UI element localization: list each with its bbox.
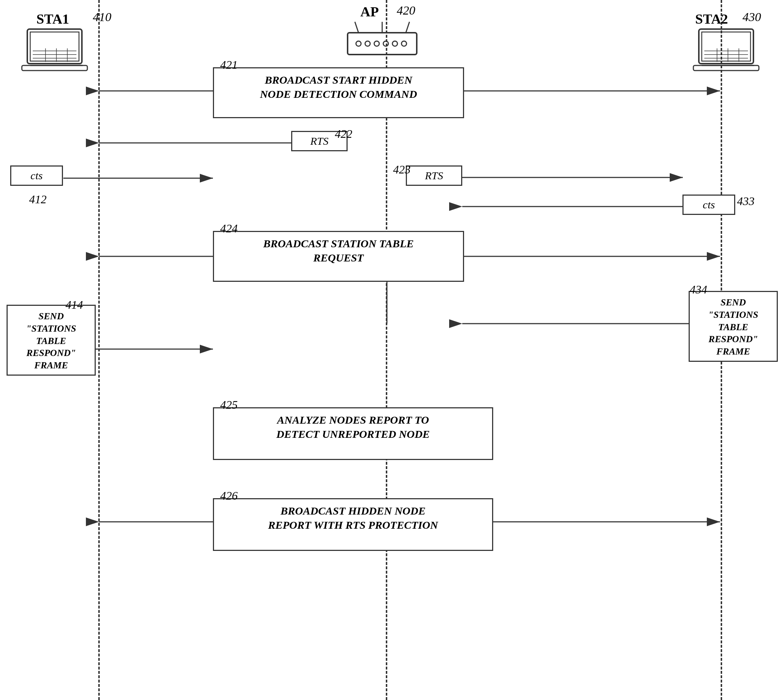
ap-device-icon [340, 20, 424, 65]
ref-425: 425 [220, 398, 238, 412]
msg-analyze: ANALYZE NODES REPORT TODETECT UNREPORTED… [213, 407, 493, 460]
sta2-device-icon [692, 25, 764, 74]
diagram: STA1 410 AP 420 STA2 430 [0, 0, 784, 700]
msg-cts-412: cts [10, 165, 63, 186]
ap-ref: 420 [397, 3, 415, 17]
sta1-ref: 410 [93, 10, 111, 24]
sta2-ref: 430 [742, 10, 761, 24]
svg-rect-21 [702, 32, 751, 61]
ref-423: 423 [393, 163, 411, 177]
ref-422: 422 [335, 127, 352, 141]
msg-send-414: SEND "STATIONSTABLE RESPOND"FRAME [7, 305, 96, 376]
svg-point-16 [401, 41, 406, 46]
svg-point-12 [365, 41, 370, 46]
msg-cts-433: cts [682, 195, 735, 215]
sta2-label: STA2 [695, 11, 728, 27]
svg-line-19 [406, 22, 410, 33]
ref-424: 424 [220, 222, 238, 235]
ref-421: 421 [220, 58, 238, 72]
ref-426: 426 [220, 489, 238, 503]
svg-point-11 [356, 41, 361, 46]
msg-broadcast-hidden: BROADCAST HIDDEN NODEREPORT WITH RTS PRO… [213, 498, 493, 551]
ref-414: 414 [65, 298, 83, 312]
ref-433: 433 [737, 195, 754, 208]
sta1-timeline [98, 0, 100, 700]
ap-label: AP [360, 3, 379, 20]
msg-rts-423: RTS [406, 165, 462, 186]
svg-rect-3 [22, 65, 87, 70]
msg-broadcast-station: BROADCAST STATION TABLEREQUEST [213, 231, 464, 282]
msg-broadcast-start: BROADCAST START HIDDENNODE DETECTION COM… [213, 67, 464, 118]
sta1-device-icon [20, 25, 93, 74]
svg-line-17 [355, 22, 358, 33]
svg-rect-1 [30, 32, 79, 61]
svg-point-13 [374, 41, 379, 46]
svg-point-14 [383, 41, 388, 46]
ref-434: 434 [690, 283, 707, 297]
svg-point-15 [392, 41, 398, 46]
svg-rect-23 [694, 65, 759, 70]
ref-412: 412 [29, 193, 47, 206]
sta1-label: STA1 [37, 11, 69, 27]
msg-send-434: SEND "STATIONSTABLE RESPOND"FRAME [689, 291, 778, 362]
